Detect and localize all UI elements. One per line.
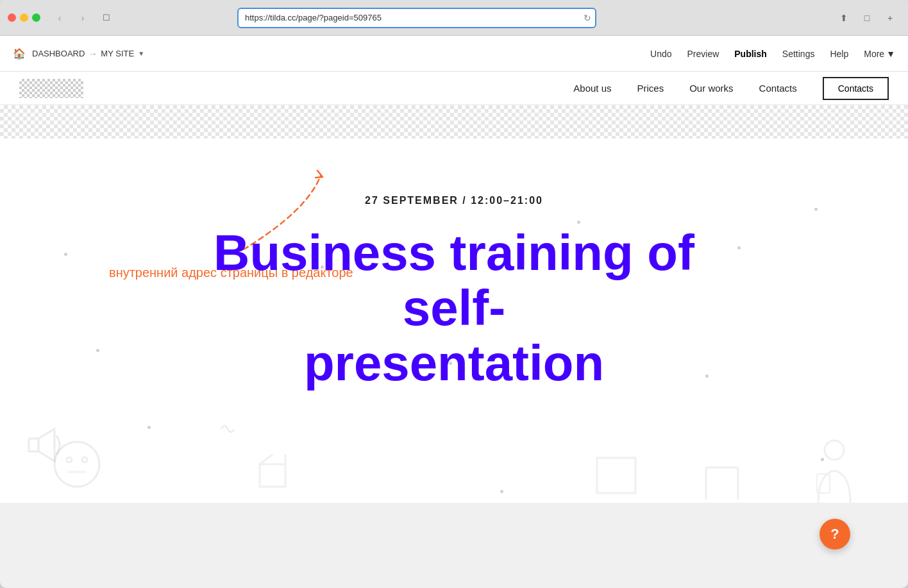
site-logo — [19, 79, 83, 98]
svg-rect-0 — [29, 439, 38, 451]
site-nav-links: About us Prices Our works Contacts — [573, 83, 796, 94]
back-button[interactable]: ‹ — [51, 9, 69, 27]
hero-section: 27 SEPTEMBER / 12:00–21:00 Business trai… — [0, 105, 908, 429]
svg-line-7 — [260, 455, 273, 464]
browser-window: ‹ › ☐ ↻ ⬆ □ + 🏠 DASHBOARD → MY SITE ▼ Un… — [0, 0, 908, 588]
minimize-button[interactable] — [20, 13, 28, 22]
svg-point-4 — [82, 457, 87, 462]
tab-view-button[interactable]: ☐ — [97, 9, 116, 27]
svg-point-3 — [67, 457, 72, 462]
publish-button[interactable]: Publish — [734, 46, 767, 62]
rect-decoration-3 — [703, 455, 741, 500]
maximize-button[interactable] — [32, 13, 40, 22]
breadcrumb-separator: → — [88, 49, 97, 58]
more-button[interactable]: More ▼ — [864, 46, 895, 62]
nav-contacts[interactable]: Contacts — [759, 83, 797, 94]
close-button[interactable] — [8, 13, 16, 22]
home-icon: 🏠 — [13, 47, 26, 60]
browser-actions: ⬆ □ + — [834, 9, 900, 27]
breadcrumb-mysite[interactable]: MY SITE — [101, 49, 134, 58]
svg-rect-6 — [260, 464, 285, 487]
nav-cta-button[interactable]: Contacts — [823, 77, 889, 100]
address-bar[interactable] — [237, 8, 596, 28]
help-button[interactable]: Help — [830, 46, 848, 62]
decorative-dot — [500, 490, 503, 493]
new-tab-button[interactable]: □ — [857, 9, 877, 27]
nav-works[interactable]: Our works — [689, 83, 733, 94]
share-button[interactable]: ⬆ — [834, 9, 854, 27]
add-tab-button[interactable]: + — [880, 9, 900, 27]
settings-button[interactable]: Settings — [782, 46, 815, 62]
forward-button[interactable]: › — [74, 9, 92, 27]
rect-decoration-2 — [594, 445, 639, 496]
reload-button[interactable]: ↻ — [584, 13, 591, 23]
svg-rect-9 — [597, 458, 635, 493]
rect-decoration-1 — [256, 451, 289, 490]
undo-button[interactable]: Undo — [650, 46, 671, 62]
more-chevron-icon: ▼ — [886, 49, 895, 59]
address-bar-container: ↻ — [237, 8, 596, 28]
nav-prices[interactable]: Prices — [637, 83, 664, 94]
face-icon — [51, 439, 103, 490]
main-content: внутренний адрес страницы в редакторе 27… — [0, 105, 908, 503]
breadcrumb: DASHBOARD → MY SITE ▼ — [32, 49, 144, 58]
nav-about[interactable]: About us — [573, 83, 611, 94]
traffic-lights — [8, 13, 40, 22]
svg-rect-5 — [67, 471, 87, 473]
preview-button[interactable]: Preview — [687, 46, 719, 62]
breadcrumb-dropdown[interactable]: ▼ — [138, 50, 144, 57]
site-nav: About us Prices Our works Contacts Conta… — [0, 72, 908, 105]
help-fab-button[interactable]: ? — [820, 519, 850, 550]
hero-date: 27 SEPTEMBER / 12:00–21:00 — [13, 195, 895, 206]
toolbar-left: 🏠 DASHBOARD → MY SITE ▼ — [13, 47, 144, 60]
toolbar-right: Undo Preview Publish Settings Help More … — [650, 46, 895, 62]
svg-point-2 — [55, 442, 99, 487]
editor-toolbar: 🏠 DASHBOARD → MY SITE ▼ Undo Preview Pub… — [0, 36, 908, 72]
breadcrumb-dashboard[interactable]: DASHBOARD — [32, 49, 85, 58]
hero-title: Business training of self- presentation — [178, 226, 730, 391]
browser-titlebar: ‹ › ☐ ↻ ⬆ □ + — [0, 0, 908, 36]
person-icon — [812, 439, 857, 503]
svg-point-13 — [825, 441, 844, 460]
